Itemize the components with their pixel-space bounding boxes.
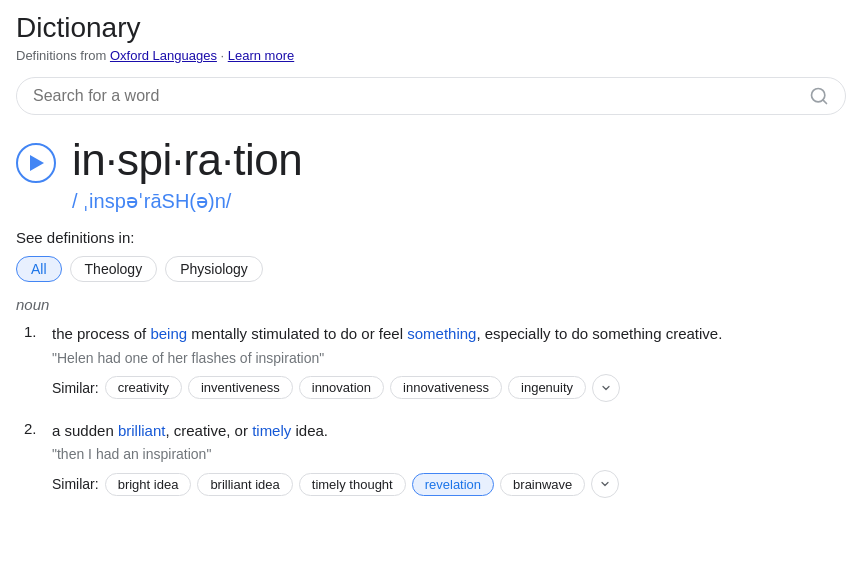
page-title: Dictionary bbox=[16, 12, 850, 44]
def-content-2: a sudden brilliant, creative, or timely … bbox=[52, 420, 850, 499]
def-example-1: "Helen had one of her flashes of inspira… bbox=[52, 350, 850, 366]
pronunciation: / ˌinspəˈrāSH(ə)n/ bbox=[72, 189, 850, 213]
def-number-1: 1. bbox=[24, 323, 44, 402]
similar-tag-bright-idea[interactable]: bright idea bbox=[105, 473, 192, 496]
highlight-timely: timely bbox=[252, 422, 291, 439]
similar-tag-brilliant-idea[interactable]: brilliant idea bbox=[197, 473, 292, 496]
def-content-1: the process of being mentally stimulated… bbox=[52, 323, 850, 402]
similar-row-1: Similar: creativity inventiveness innova… bbox=[52, 374, 850, 402]
part-of-speech: noun bbox=[16, 296, 850, 313]
word-section: in·spi·ra·tion bbox=[16, 135, 850, 185]
similar-tag-ingenuity[interactable]: ingenuity bbox=[508, 376, 586, 399]
search-icon bbox=[809, 86, 829, 106]
see-definitions-label: See definitions in: bbox=[16, 229, 850, 246]
similar-label-2: Similar: bbox=[52, 476, 99, 492]
similar-tag-creativity[interactable]: creativity bbox=[105, 376, 182, 399]
chevron-down-icon bbox=[600, 382, 612, 394]
learn-more-link[interactable]: Learn more bbox=[228, 48, 294, 63]
audio-button[interactable] bbox=[16, 143, 56, 183]
similar-tag-innovativeness[interactable]: innovativeness bbox=[390, 376, 502, 399]
table-row: 1. the process of being mentally stimula… bbox=[24, 323, 850, 402]
svg-line-1 bbox=[823, 100, 827, 104]
def-number-2: 2. bbox=[24, 420, 44, 499]
definitions-list: 1. the process of being mentally stimula… bbox=[24, 323, 850, 498]
def-text-1: the process of being mentally stimulated… bbox=[52, 323, 850, 346]
category-pills: All Theology Physiology bbox=[16, 256, 850, 282]
similar-tag-timely-thought[interactable]: timely thought bbox=[299, 473, 406, 496]
def-example-2: "then I had an inspiration" bbox=[52, 446, 850, 462]
similar-row-2: Similar: bright idea brilliant idea time… bbox=[52, 470, 850, 498]
search-bar bbox=[16, 77, 846, 115]
word-title: in·spi·ra·tion bbox=[72, 135, 302, 185]
expand-similar-2[interactable] bbox=[591, 470, 619, 498]
similar-tag-inventiveness[interactable]: inventiveness bbox=[188, 376, 293, 399]
similar-tag-revelation[interactable]: revelation bbox=[412, 473, 494, 496]
expand-similar-1[interactable] bbox=[592, 374, 620, 402]
search-button[interactable] bbox=[809, 86, 829, 106]
chevron-down-icon bbox=[599, 478, 611, 490]
category-pill-theology[interactable]: Theology bbox=[70, 256, 158, 282]
oxford-languages-link[interactable]: Oxford Languages bbox=[110, 48, 217, 63]
play-icon bbox=[30, 155, 44, 171]
category-pill-physiology[interactable]: Physiology bbox=[165, 256, 263, 282]
similar-label-1: Similar: bbox=[52, 380, 99, 396]
similar-tag-brainwave[interactable]: brainwave bbox=[500, 473, 585, 496]
highlight-being: being bbox=[150, 325, 187, 342]
search-input[interactable] bbox=[33, 87, 809, 105]
highlight-something: something bbox=[407, 325, 476, 342]
def-text-2: a sudden brilliant, creative, or timely … bbox=[52, 420, 850, 443]
category-pill-all[interactable]: All bbox=[16, 256, 62, 282]
definitions-source: Definitions from Oxford Languages · Lear… bbox=[16, 48, 850, 63]
similar-tag-innovation[interactable]: innovation bbox=[299, 376, 384, 399]
highlight-brilliant: brilliant bbox=[118, 422, 166, 439]
table-row: 2. a sudden brilliant, creative, or time… bbox=[24, 420, 850, 499]
